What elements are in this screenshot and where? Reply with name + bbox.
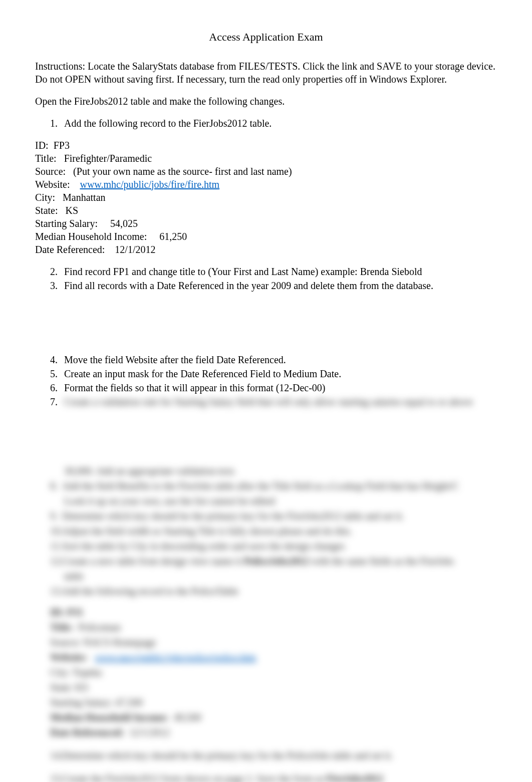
item-text: Move the field Website after the field D… — [64, 354, 286, 365]
item-text: Create an input mask for the Date Refere… — [64, 368, 341, 379]
instruction-list-2: 2. Find record FP1 and change title to (… — [35, 265, 497, 292]
income-value: 61,250 — [159, 231, 187, 242]
blurred-line: Website: www.nacs/public/jobs/police/pol… — [50, 651, 497, 664]
blurred-line: Starting Salary: 47,500 — [50, 696, 497, 709]
id-label: ID: — [35, 140, 49, 151]
blurred-line: table — [50, 570, 497, 583]
blurred-line: State: KS — [50, 681, 497, 694]
city-value: Manhattan — [63, 192, 106, 203]
id-value: FP3 — [54, 140, 70, 151]
blurred-line: 9.Determine which key should be the prim… — [50, 509, 497, 523]
item-number: 5. — [50, 367, 58, 380]
record-details: ID: FP3 Title: Firefighter/Paramedic Sou… — [35, 139, 497, 256]
item-number: 6. — [50, 381, 58, 394]
blurred-line: Title: Policeman — [50, 621, 497, 634]
blurred-line: Median Household Income: 49,500 — [50, 711, 497, 724]
blurred-line: ID: PJ1 — [50, 606, 497, 619]
instruction-list-3: 4. Move the field Website after the fiel… — [35, 353, 497, 408]
title-value: Firefighter/Paramedic — [64, 153, 152, 164]
state-label: State: — [35, 205, 58, 216]
list-item: 1. Add the following record to the FierJ… — [50, 117, 497, 130]
open-table-instruction: Open the FireJobs2012 table and make the… — [35, 95, 497, 108]
item-text: Add the following record to the FierJobs… — [64, 118, 272, 129]
item-number: 3. — [50, 279, 58, 292]
item-number: 7. — [50, 395, 58, 408]
list-item: 5. Create an input mask for the Date Ref… — [50, 367, 497, 380]
item-text: Format the fields so that it will appear… — [64, 382, 326, 393]
blurred-line: 30,000. Add an appropriate validation te… — [50, 464, 497, 477]
title-label: Title: — [35, 153, 57, 164]
state-value: KS — [66, 205, 79, 216]
item-number: 2. — [50, 265, 58, 278]
city-label: City: — [35, 192, 55, 203]
item-number: 4. — [50, 353, 58, 366]
item-number: 1. — [50, 117, 58, 130]
list-item: 3. Find all records with a Date Referenc… — [50, 279, 497, 292]
salary-label: Starting Salary: — [35, 218, 98, 229]
blurred-line: 13.Add the following record to the Polic… — [50, 585, 497, 598]
list-item: 2. Find record FP1 and change title to (… — [50, 265, 497, 278]
item-text: Find record FP1 and change title to (You… — [64, 266, 422, 277]
item-text: Find all records with a Date Referenced … — [64, 280, 433, 291]
list-item: 7. Create a validation rule for Starting… — [50, 395, 497, 408]
blurred-line: 11.Sort the table by City in descending … — [50, 540, 497, 553]
blurred-line: City: Topeka — [50, 666, 497, 679]
blurred-section: 30,000. Add an appropriate validation te… — [35, 464, 497, 782]
website-label: Website: — [35, 179, 70, 190]
blurred-line: 14.Determine which key should be the pri… — [50, 749, 497, 762]
date-value: 12/1/2012 — [115, 244, 155, 255]
blurred-line: 12.Create a new table from design view n… — [50, 555, 497, 568]
blurred-line: Look it up on your own, use the list can… — [50, 494, 497, 507]
list-item: 4. Move the field Website after the fiel… — [50, 353, 497, 366]
source-label: Source: — [35, 166, 66, 177]
blurred-line: 8.Add the field Benefits to the FireJobs… — [50, 479, 497, 492]
blurred-line: Source: NACS Homepage — [50, 636, 497, 649]
income-label: Median Household Income: — [35, 231, 147, 242]
instruction-list: 1. Add the following record to the FierJ… — [35, 117, 497, 130]
source-value: (Put your own name as the source- first … — [73, 166, 292, 177]
blurred-text: Create a validation rule for Starting Sa… — [64, 396, 473, 407]
blurred-line: Date Referenced: 12/1/2012 — [50, 726, 497, 739]
salary-value: 54,025 — [110, 218, 138, 229]
website-link[interactable]: www.mhc/public/jobs/fire/fire.htm — [80, 179, 219, 190]
page-title: Access Application Exam — [35, 30, 497, 45]
list-item: 6. Format the fields so that it will app… — [50, 381, 497, 394]
blurred-line: 10.Adjust the field width so Starting Ti… — [50, 525, 497, 538]
date-label: Date Referenced: — [35, 244, 105, 255]
blurred-line: 15.Create the FireJobs2012 form shown on… — [50, 772, 497, 782]
instructions-text: Instructions: Locate the SalaryStats dat… — [35, 60, 497, 86]
